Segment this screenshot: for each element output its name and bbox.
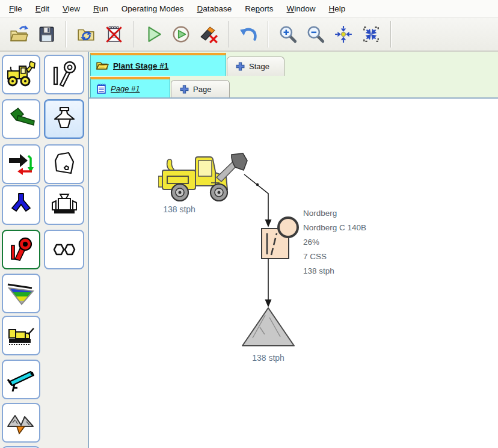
stockpile-node[interactable] — [242, 308, 294, 346]
run-button[interactable] — [141, 21, 165, 48]
menu-label: un — [99, 4, 108, 13]
menu-reports[interactable]: Reports — [238, 1, 280, 16]
cone-crusher-icon — [50, 105, 79, 133]
clear-run-button[interactable] — [197, 21, 221, 48]
toolbar — [0, 17, 498, 52]
open-button[interactable] — [7, 21, 31, 48]
add-stage-label: Stage — [249, 62, 269, 71]
menu-label: indow — [294, 4, 315, 13]
splitter-icon — [7, 191, 35, 219]
toolbar-separator — [268, 21, 269, 48]
zoom-in-button[interactable] — [276, 21, 300, 48]
sidebar-tool-impact-crusher[interactable] — [44, 185, 84, 225]
crusher-rate: 138 stph — [303, 264, 366, 278]
toolbar-separator — [390, 21, 392, 48]
menu-label: D — [197, 4, 203, 13]
run-single-button[interactable] — [169, 21, 193, 48]
run-circle-icon — [171, 25, 191, 44]
menu-operating-modes[interactable]: Operating Modes — [115, 1, 191, 16]
zoom-selection-button[interactable] — [331, 21, 355, 48]
crusher-model: Nordberg C 140B — [303, 221, 366, 235]
menu-run[interactable]: Run — [87, 1, 115, 16]
sidebar-tool-screen-media[interactable] — [44, 144, 84, 184]
application-window: File Edit View Run Operating Modes Datab… — [0, 0, 498, 448]
stockpile-reclaim-icon — [7, 408, 35, 437]
save-button[interactable] — [34, 21, 58, 48]
portable-plant-icon — [7, 321, 35, 350]
open-folder-icon — [9, 25, 28, 44]
sidebar-tool-splitter[interactable] — [2, 185, 40, 225]
menu-label: Operating Modes — [121, 4, 184, 13]
stockpile-rate-label: 138 stph — [238, 353, 298, 363]
zoom-in-icon — [278, 25, 298, 44]
feeder-rate-label: 138 stph — [154, 204, 204, 214]
flow-arrow-crusher-stockpile[interactable] — [265, 259, 272, 307]
menu-view[interactable]: View — [56, 1, 87, 16]
toolbar-separator — [228, 21, 229, 48]
menu-label: W — [287, 4, 295, 13]
sidebar-tool-portable-plant[interactable] — [2, 316, 40, 355]
sidebar-tool-wash-screen[interactable] — [2, 274, 40, 313]
equipment-palette — [0, 52, 88, 448]
tab-add-stage[interactable]: Stage — [227, 57, 284, 76]
menu-label: atabase — [203, 4, 232, 13]
menu-label: p — [255, 4, 260, 13]
menu-label: elp — [334, 4, 345, 13]
workspace: Plant Stage #1 Stage Page #1 — [0, 52, 498, 448]
menu-label: Re — [245, 4, 255, 13]
crusher-info-block: Nordberg Nordberg C 140B 26% 7 CSS 138 s… — [303, 206, 366, 278]
add-page-label: Page — [193, 85, 211, 94]
screen-media-icon — [50, 150, 79, 179]
menu-label: F — [9, 4, 14, 13]
impact-crusher-icon — [50, 191, 79, 219]
menu-database[interactable]: Database — [190, 1, 238, 16]
update-database-button[interactable] — [74, 21, 98, 48]
folder-icon — [96, 60, 109, 71]
menu-label: iew — [68, 4, 80, 13]
save-icon — [37, 25, 56, 44]
conveyor-icon — [7, 365, 35, 394]
tab-page-1[interactable]: Page #1 — [90, 77, 170, 97]
stage-tab-bar: Plant Stage #1 Stage — [89, 52, 498, 76]
menu-label: ile — [14, 4, 22, 13]
sidebar-tool-jaw-crusher[interactable] — [44, 55, 84, 94]
menu-label: E — [35, 4, 41, 13]
notepad-icon — [96, 84, 106, 94]
menu-edit[interactable]: Edit — [29, 1, 56, 16]
sidebar-tool-conveyor[interactable] — [2, 360, 40, 399]
menu-label: dit — [41, 4, 49, 13]
undo-icon — [239, 25, 258, 44]
menu-file[interactable]: File — [2, 1, 29, 16]
crusher-name: Nordberg — [303, 206, 366, 221]
tab-plant-stage-1[interactable]: Plant Stage #1 — [90, 53, 226, 76]
menu-help[interactable]: Help — [322, 1, 352, 16]
sidebar-tool-roll-crusher[interactable] — [44, 230, 84, 269]
tab-add-page[interactable]: Page — [171, 80, 230, 97]
menu-label: H — [329, 4, 335, 13]
menu-window[interactable]: Window — [280, 1, 322, 16]
zoom-fit-icon — [361, 25, 381, 44]
sidebar-tool-feeder[interactable] — [2, 99, 40, 139]
toolbar-separator — [66, 21, 67, 48]
flow-arrow-feeder-crusher[interactable] — [244, 174, 272, 227]
zoom-fit-button[interactable] — [359, 21, 383, 48]
undo-button[interactable] — [236, 21, 260, 48]
delete-notepad-icon — [104, 25, 123, 44]
sidebar-tool-transfer-point[interactable] — [2, 144, 40, 184]
sidebar-tool-vsi-crusher[interactable] — [2, 230, 40, 269]
jaw-crusher-icon — [50, 60, 79, 89]
flow-diagram — [89, 99, 497, 448]
plus-icon — [180, 85, 189, 94]
clear-run-icon — [199, 25, 218, 44]
wheel-loader-icon — [7, 60, 35, 89]
crusher-css: 7 CSS — [303, 250, 366, 264]
zoom-selection-icon — [334, 25, 353, 44]
delete-page-button[interactable] — [102, 21, 126, 48]
sidebar-tool-wheel-loader[interactable] — [2, 55, 40, 94]
page-tab-label: Page #1 — [111, 84, 140, 93]
sidebar-tool-stockpile-reclaim[interactable] — [2, 403, 40, 443]
flowsheet-canvas[interactable]: 138 stph Nordberg Nordberg C 140B 26% 7 … — [89, 97, 498, 448]
menu-label: R — [93, 4, 99, 13]
sidebar-tool-cone-crusher[interactable] — [44, 99, 84, 139]
zoom-out-button[interactable] — [304, 21, 328, 48]
